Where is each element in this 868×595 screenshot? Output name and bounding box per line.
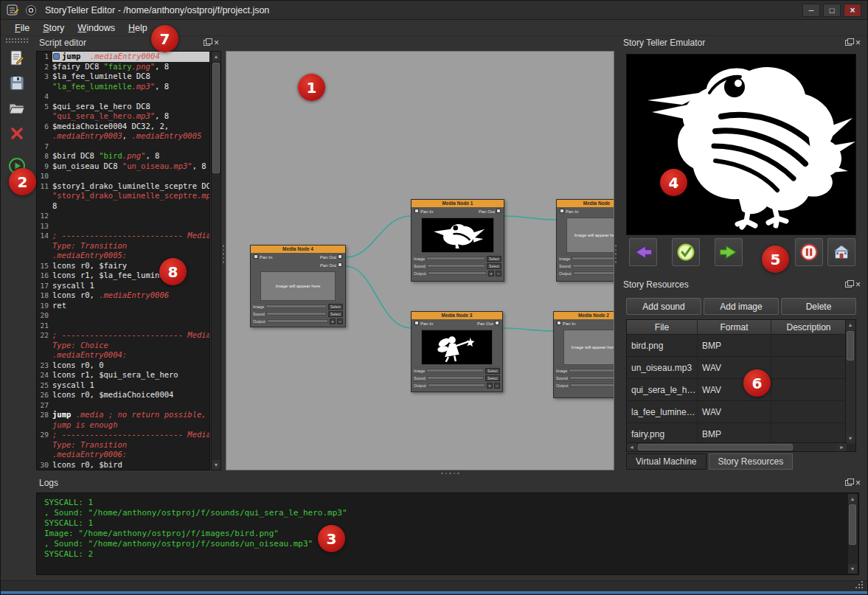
code-line[interactable]: 5$qui_sera_le_hero DC8 xyxy=(37,102,209,112)
emulator-back-button[interactable] xyxy=(629,238,657,266)
node-port-in[interactable]: Pan In xyxy=(252,254,272,260)
maximize-button[interactable] xyxy=(823,4,841,17)
tab-story-resources[interactable]: Story Resources xyxy=(709,453,794,470)
resource-row[interactable]: bird.pngBMP xyxy=(627,335,855,357)
add-output-icon[interactable]: + xyxy=(488,271,494,276)
node-output-row[interactable]: Output xyxy=(556,381,614,389)
scroll-left-icon[interactable]: ◄ xyxy=(627,443,636,451)
node-title[interactable]: Media Node 1 xyxy=(412,200,504,207)
code-line[interactable]: 27 xyxy=(37,400,209,411)
scroll-up-icon[interactable]: ▲ xyxy=(212,52,221,61)
code-line[interactable]: 13 xyxy=(37,221,209,232)
splitter-handle[interactable] xyxy=(222,245,225,263)
code-line[interactable]: 8 xyxy=(37,201,209,212)
resource-row[interactable]: un_oiseau.mp3WAV xyxy=(627,357,855,379)
code-line[interactable]: 18lcons r0, .mediaEntry0006 xyxy=(37,290,209,301)
logs-scrollbar[interactable]: ▲ ▼ xyxy=(848,494,858,574)
code-line[interactable]: .mediaEntry0005: xyxy=(37,251,209,261)
close-panel-icon[interactable] xyxy=(855,39,861,46)
select-button[interactable]: Select xyxy=(485,368,500,374)
scrollbar-thumb[interactable] xyxy=(638,444,793,450)
node-sound-row[interactable]: Sound xyxy=(556,374,614,381)
close-panel-icon[interactable] xyxy=(855,479,861,487)
open-button[interactable] xyxy=(4,98,29,120)
code-line[interactable]: 6$mediaChoice0004 DC32, 2, xyxy=(37,122,209,132)
minimize-button[interactable] xyxy=(802,4,820,17)
node-title[interactable]: Media Node 4 xyxy=(251,246,345,253)
node-image-row[interactable]: ImageSelect xyxy=(414,366,500,374)
code-line[interactable]: 4 xyxy=(37,91,209,102)
code-line[interactable]: "la_fee_luminelle.mp3", 8 xyxy=(37,82,209,92)
add-output-icon[interactable]: + xyxy=(330,319,336,324)
node-output-row[interactable]: Output+− xyxy=(253,317,343,324)
code-line[interactable]: 14; -------------------------- Media nod… xyxy=(37,231,209,241)
node-sound-row[interactable]: SoundSelect xyxy=(414,262,501,269)
float-panel-icon[interactable] xyxy=(845,40,852,46)
scroll-down-icon[interactable]: ▼ xyxy=(848,564,857,574)
scroll-down-icon[interactable]: ▼ xyxy=(846,434,855,443)
scrollbar-thumb[interactable] xyxy=(212,63,220,173)
node-title[interactable]: Media Node 3 xyxy=(412,312,502,319)
code-line[interactable]: jump is enough xyxy=(37,420,209,431)
code-line[interactable]: 2$fairy DC8 "fairy.png", 8 xyxy=(37,62,209,72)
select-button[interactable]: Select xyxy=(328,311,343,317)
code-line[interactable]: 17syscall 1 xyxy=(37,281,209,291)
menu-story[interactable]: Story xyxy=(36,21,71,35)
media-node-clipped-top[interactable]: Media Node Pan In Image will appear here… xyxy=(556,199,614,282)
tab-virtual-machine[interactable]: Virtual Machine xyxy=(626,453,706,470)
resource-row[interactable]: la_fee_lumine…WAV xyxy=(627,401,855,423)
code-line[interactable]: 31lcons r1, $un_oiseau xyxy=(37,470,209,470)
editor-scrollbar[interactable]: ▲ ▼ xyxy=(211,51,221,470)
node-port-in[interactable]: Pan In xyxy=(558,209,578,214)
node-graph-canvas[interactable]: Media Node 4 Pan In Pan Out Pan Out Imag… xyxy=(226,51,614,470)
scroll-down-icon[interactable]: ▼ xyxy=(212,460,221,470)
emulator-next-button[interactable] xyxy=(715,238,743,266)
close-button[interactable] xyxy=(844,4,861,17)
menu-windows[interactable]: Windows xyxy=(71,21,122,35)
scroll-right-icon[interactable]: ► xyxy=(837,443,847,451)
code-line[interactable]: 22; -------------------------- Media nod… xyxy=(37,330,209,341)
code-line[interactable]: .mediaEntry0003, .mediaEntry0005 xyxy=(37,131,209,142)
node-port-out[interactable]: Pan Out xyxy=(477,321,501,326)
select-button[interactable]: Select xyxy=(487,263,501,269)
select-button[interactable]: Select xyxy=(487,256,501,262)
media-node-2[interactable]: Media Node 2 Pan In Image will appear he… xyxy=(553,311,614,398)
menu-help[interactable]: Help xyxy=(122,21,154,35)
table-horizontal-scrollbar[interactable]: ◄ ► xyxy=(627,442,847,451)
splitter-handle[interactable] xyxy=(441,472,459,475)
emulator-home-button[interactable] xyxy=(827,238,855,266)
code-line[interactable]: 10 xyxy=(37,171,209,181)
scrollbar-thumb[interactable] xyxy=(849,504,856,545)
float-panel-icon[interactable] xyxy=(204,40,210,46)
menu-file[interactable]: File xyxy=(8,21,36,35)
code-line[interactable]: 20 xyxy=(37,310,209,321)
delete-button[interactable]: Delete xyxy=(781,298,856,315)
code-line[interactable]: "story1_drako_luminelle_sceptre.mp3", xyxy=(37,191,209,201)
code-line[interactable]: .mediaEntry0004: xyxy=(37,350,209,361)
code-line[interactable]: 9$un_oiseau DC8 "un_oiseau.mp3", 8 xyxy=(37,161,209,172)
node-image-row[interactable]: Image xyxy=(559,254,614,262)
code-editor[interactable]: 1jump .mediaEntry00042$fairy DC8 "fairy.… xyxy=(36,51,210,470)
media-node-1[interactable]: Media Node 1 Pan In Pan Out ImageSelect … xyxy=(411,199,504,282)
code-line[interactable]: 23lcons r0, 0 xyxy=(37,361,209,371)
resource-row[interactable]: fairy.pngBMP xyxy=(627,423,855,444)
toolbar-drag-handle[interactable] xyxy=(5,38,29,44)
code-line[interactable]: 8$bird DC8 "bird.png", 8 xyxy=(37,151,209,161)
emulator-pause-button[interactable] xyxy=(795,238,823,266)
code-line[interactable]: "qui_sera_le_hero.mp3", 8 xyxy=(37,111,209,122)
code-line[interactable]: 26lcons r0, $mediaChoice0004 xyxy=(37,390,209,400)
code-line[interactable]: 11$story1_drako_luminelle_sceptre DC8 xyxy=(37,181,209,192)
code-line[interactable]: 7 xyxy=(37,142,209,152)
node-title[interactable]: Media Node xyxy=(557,200,614,207)
resize-grip[interactable] xyxy=(854,580,864,590)
code-line[interactable]: 28jump .media ; no return possible, so a xyxy=(37,410,209,420)
node-output-row[interactable]: Output+− xyxy=(414,269,501,276)
save-button[interactable] xyxy=(4,73,29,95)
log-output[interactable]: SYSCALL: 1, Sound: "/home/anthony/ostpro… xyxy=(36,493,859,575)
node-sound-row[interactable]: Sound xyxy=(559,262,614,269)
remove-output-icon[interactable]: − xyxy=(337,319,343,324)
code-line[interactable]: 3$la_fee_luminelle DC8 xyxy=(37,72,209,82)
media-node-4[interactable]: Media Node 4 Pan In Pan Out Pan Out Imag… xyxy=(250,245,346,327)
code-line[interactable]: 21 xyxy=(37,321,209,331)
code-line[interactable]: 24lcons r1, $qui_sera_le_hero xyxy=(37,370,209,380)
